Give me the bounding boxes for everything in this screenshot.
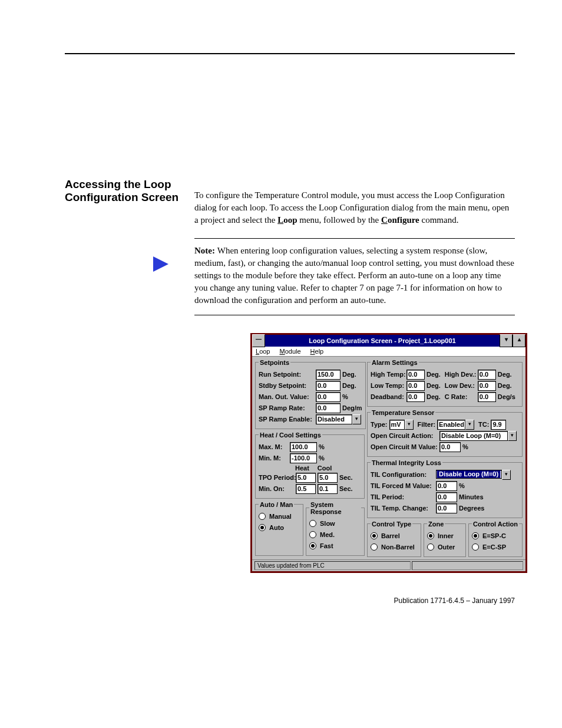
- max-m-input[interactable]: 100.0: [290, 442, 317, 452]
- status-bar: Values updated from PLC: [252, 559, 525, 571]
- e-sp-c-radio[interactable]: [472, 532, 479, 539]
- sensor-type-select[interactable]: mV: [389, 420, 405, 430]
- til-period-input[interactable]: 0.0: [436, 492, 457, 502]
- dropdown-icon[interactable]: ▾: [465, 420, 474, 430]
- tpo-heat-input[interactable]: 5.0: [296, 473, 316, 483]
- auto-man-group: Auto / Man Manual Auto: [255, 501, 303, 556]
- max-m-label: Max. M:: [259, 443, 288, 450]
- system-response-group: System Response Slow Med. Fast: [306, 501, 365, 556]
- dropdown-icon[interactable]: ▾: [352, 414, 361, 424]
- min-on-label: Min. On:: [259, 485, 294, 492]
- note-arrow-icon: [153, 256, 168, 272]
- inner-radio[interactable]: [427, 532, 434, 539]
- sensor-filter-select[interactable]: Enabled: [437, 420, 465, 430]
- open-circuit-action-select[interactable]: Disable Loop (M=0): [439, 431, 508, 441]
- menu-module[interactable]: Module: [279, 348, 300, 355]
- sp-ramp-enable-label: SP Ramp Enable:: [259, 416, 314, 423]
- high-dev-input[interactable]: 0.0: [478, 370, 496, 380]
- min-on-cool-input[interactable]: 0.1: [318, 484, 338, 494]
- sp-ramp-rate-input[interactable]: 0.0: [316, 403, 340, 413]
- window-title: Loop Configuration Screen - Project_1.Lo…: [265, 337, 500, 344]
- manual-radio[interactable]: [259, 513, 266, 520]
- thermal-integrity-group: Thermal Integrity Loss TIL Configuration…: [367, 459, 523, 518]
- run-setpoint-input[interactable]: 150.0: [316, 370, 340, 380]
- low-temp-input[interactable]: 0.0: [406, 381, 425, 391]
- barrel-radio[interactable]: [371, 532, 378, 539]
- tc-input[interactable]: 9.9: [491, 420, 506, 430]
- control-type-group: Control Type Barrel Non-Barrel: [367, 521, 421, 557]
- til-temp-change-input[interactable]: 0.0: [436, 503, 457, 513]
- dropdown-icon[interactable]: ▾: [502, 470, 511, 480]
- e-c-sp-radio[interactable]: [472, 543, 479, 551]
- man-out-label: Man. Out. Value:: [259, 393, 314, 400]
- outer-radio[interactable]: [427, 543, 434, 551]
- deadband-input[interactable]: 0.0: [406, 392, 425, 402]
- system-menu-icon[interactable]: —: [252, 334, 265, 347]
- menu-help[interactable]: Help: [310, 348, 324, 355]
- menu-loop[interactable]: Loop: [256, 348, 270, 355]
- dropdown-icon[interactable]: ▾: [405, 420, 414, 430]
- setpoints-group: Setpoints Run Setpoint: 150.0 Deg. Stdby…: [255, 359, 366, 429]
- tpo-period-label: TPO Period:: [259, 474, 294, 481]
- heat-cool-group: Heat / Cool Settings Max. M: 100.0 % Min…: [255, 431, 365, 499]
- sp-ramp-enable-select[interactable]: Disabled: [316, 414, 352, 424]
- run-setpoint-label: Run Setpoint:: [259, 371, 314, 378]
- med-radio[interactable]: [309, 531, 316, 538]
- min-on-heat-input[interactable]: 0.5: [296, 484, 316, 494]
- intro-paragraph: To configure the Temperature Control mod…: [194, 189, 515, 226]
- note-block: Note: When entering loop configuration v…: [194, 238, 515, 315]
- til-config-select[interactable]: Disable Loop (M=0): [436, 470, 502, 479]
- stdby-setpoint-input[interactable]: 0.0: [316, 381, 340, 391]
- maximize-icon[interactable]: ▴: [513, 334, 525, 347]
- stdby-setpoint-label: Stdby Setpoint:: [259, 382, 314, 389]
- status-message: Values updated from PLC: [254, 561, 411, 570]
- c-rate-input[interactable]: 0.0: [478, 392, 496, 402]
- slow-radio[interactable]: [309, 520, 316, 527]
- auto-radio[interactable]: [259, 524, 266, 531]
- non-barrel-radio[interactable]: [371, 543, 378, 551]
- tpo-cool-input[interactable]: 5.0: [318, 473, 338, 483]
- low-dev-input[interactable]: 0.0: [478, 381, 496, 391]
- sp-ramp-rate-label: SP Ramp Rate:: [259, 404, 314, 411]
- temperature-sensor-group: Temperature Sensor Type: mV▾ Filter: Ena…: [367, 409, 523, 457]
- alarm-settings-group: Alarm Settings High Temp: 0.0 Deg. High …: [367, 359, 523, 407]
- zone-group: Zone Inner Outer: [424, 521, 466, 557]
- fast-radio[interactable]: [309, 542, 316, 549]
- open-circuit-m-input[interactable]: 0.0: [439, 442, 461, 452]
- menubar: Loop Module Help: [252, 347, 525, 357]
- publication-footer: Publication 1771-6.4.5 – January 1997: [65, 597, 515, 605]
- minimize-icon[interactable]: ▾: [500, 334, 513, 347]
- control-action-group: Control Action E=SP-C E=C-SP: [468, 521, 523, 557]
- dropdown-icon[interactable]: ▾: [508, 431, 517, 441]
- man-out-input[interactable]: 0.0: [316, 392, 340, 402]
- loop-config-window: — Loop Configuration Screen - Project_1.…: [250, 333, 527, 573]
- titlebar[interactable]: — Loop Configuration Screen - Project_1.…: [252, 335, 525, 347]
- high-temp-input[interactable]: 0.0: [406, 370, 425, 380]
- min-m-label: Min. M:: [259, 454, 288, 462]
- til-forced-m-input[interactable]: 0.0: [436, 481, 457, 491]
- min-m-input[interactable]: -100.0: [290, 453, 317, 463]
